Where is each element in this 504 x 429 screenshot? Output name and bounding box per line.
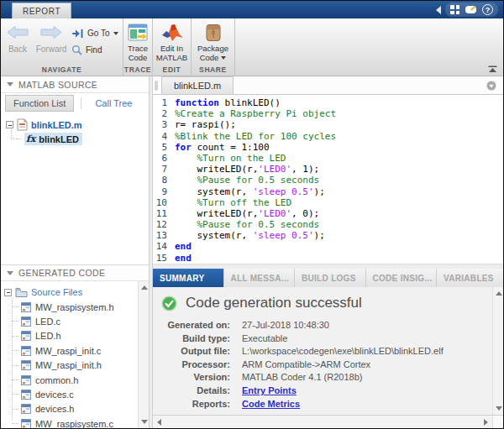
summary-link[interactable]: Code Metrics [242,398,300,411]
source-file-item[interactable]: LED.c [1,314,138,328]
chevron-left-icon[interactable] [436,6,441,14]
forward-arrow-icon [40,25,62,39]
tree-item-blinkled-m[interactable]: blinkLED.m [1,118,149,132]
summary-row: Output file:L:\workspace\codegen\exe\bli… [160,345,489,358]
section-edit: EDIT [153,65,191,76]
generated-code-title: GENERATED CODE [18,268,105,278]
trace-label-1: Trace [128,44,148,54]
line-number: 12 [153,219,175,230]
scroll-up-icon[interactable] [141,285,148,290]
code-editor[interactable]: 1function blinkLED()2%Create a Raspberry… [153,95,503,269]
package-box-icon [204,24,223,42]
source-file-label: LED.c [35,317,60,327]
source-file-item[interactable]: MW_raspi_init.h [1,358,138,373]
summary-scrollbar[interactable] [492,287,503,415]
ribbon-toolbar: Back Forward Go To Find [1,18,503,76]
source-file-label: common.h [35,375,78,385]
goto-label: Go To [87,29,110,38]
function-list-tab[interactable]: Function List [5,95,74,112]
summary-row-label: Generated on: [160,319,230,332]
find-label: Find [86,45,102,55]
trace-code-button[interactable]: Trace Code [123,18,152,65]
source-file-item[interactable]: common.h [1,373,138,387]
folder-icon [15,287,28,297]
code-line: 3r= raspi(); [153,119,503,130]
trace-label-2: Code [129,54,148,63]
summary-title: Code generation successful [186,295,362,311]
find-button[interactable]: Find [71,44,118,55]
tab-summary[interactable]: SUMMARY [153,269,224,287]
code-line: 8 %Pause for 0.5 seconds [153,175,503,186]
package-label-2: Code [200,54,219,63]
tab-separator [81,97,81,109]
call-tree-tab[interactable]: Call Tree [88,96,139,111]
line-number: 5 [153,142,175,153]
splitter-grip-icon[interactable] [155,81,158,91]
tab-all-messages[interactable]: ALL MESSA... [224,269,296,287]
source-file-label: MW_raspisystem.c [35,419,113,428]
collapse-minus-icon[interactable] [4,289,12,296]
help-icon[interactable] [482,4,493,15]
collapse-triangle-icon [7,271,13,275]
files-scrollbar[interactable] [138,281,149,428]
summary-hscrollbar[interactable] [153,415,503,428]
collapse-triangle-icon [7,82,13,86]
edit-in-matlab-button[interactable]: Edit In MATLAB [153,18,191,65]
collapse-toolbar-icon[interactable] [488,65,497,73]
scroll-left-icon[interactable] [157,419,161,426]
tree-item-blinkled-fn[interactable]: fx blinkLED [24,132,149,146]
tab-variables[interactable]: VARIABLES [437,269,504,287]
source-files-tree: Source Files MW_raspisystem.hLED.cLED.hM… [1,281,138,428]
back-label: Back [8,44,27,54]
back-button[interactable]: Back [1,18,34,65]
goto-button[interactable]: Go To [71,29,118,39]
tab-code-insights[interactable]: CODE INSIG... [366,269,438,287]
source-file-label: MW_raspi_init.h [35,360,102,370]
source-file-label: LED.h [35,331,61,341]
editor-tab-blinkled[interactable]: blinkLED.m [161,76,234,94]
summary-row-value: ARM Compatible->ARM Cortex [242,358,370,372]
code-line: 12 %Pause for 0.5 seconds [153,219,503,230]
edit-label-2: MATLAB [156,54,187,63]
tab-report[interactable]: REPORT [12,3,71,18]
back-arrow-icon [7,25,29,39]
code-line: 5for count = 1:100 [153,142,503,153]
scroll-right-icon[interactable] [484,419,488,426]
code-line: 1function blinkLED() [153,97,503,108]
scroll-down-icon[interactable] [141,420,148,424]
tab-build-logs[interactable]: BUILD LOGS [295,269,366,287]
source-file-label: MW_raspisystem.h [35,302,114,312]
source-file-item[interactable]: devices.c [1,387,138,401]
package-code-button[interactable]: Package Code [192,18,234,65]
matlab-source-title: MATLAB SOURCE [18,80,97,90]
source-file-item[interactable]: LED.h [1,329,138,343]
source-file-item[interactable]: MW_raspisystem.c [1,416,138,428]
source-file-icon [21,360,31,370]
forward-button[interactable]: Forward [34,18,68,65]
line-number: 11 [153,208,175,219]
line-number: 9 [153,186,175,197]
summary-link[interactable]: Entry Points [242,385,297,398]
feedback-bubble-icon[interactable] [465,6,476,13]
source-files-label: Source Files [31,287,82,297]
package-label-1: Package [197,44,228,54]
scroll-up-icon[interactable] [496,291,502,296]
summary-row: Generated on:27-Jul-2018 10:48:30 [160,319,489,332]
trace-code-icon [128,24,148,42]
generated-code-header[interactable]: GENERATED CODE [1,264,149,281]
source-file-item[interactable]: devices.h [1,402,138,416]
editor-options-icon[interactable] [486,81,496,91]
layout-grid-icon[interactable] [450,5,459,14]
source-file-icon [21,404,31,414]
code-line: 7 writeLED(r,'LED0', 1); [153,164,503,175]
find-icon [71,44,82,55]
source-file-item[interactable]: MW_raspisystem.h [1,300,138,314]
source-file-item[interactable]: MW_raspi_init.c [1,343,138,358]
code-line: 15end [153,253,503,264]
summary-row: Processor:ARM Compatible->ARM Cortex [160,358,489,372]
source-file-icon [21,302,31,312]
source-files-root[interactable]: Source Files [1,285,138,300]
matlab-source-header[interactable]: MATLAB SOURCE [1,76,149,93]
line-number: 8 [153,175,175,186]
scroll-down-icon[interactable] [496,406,502,411]
